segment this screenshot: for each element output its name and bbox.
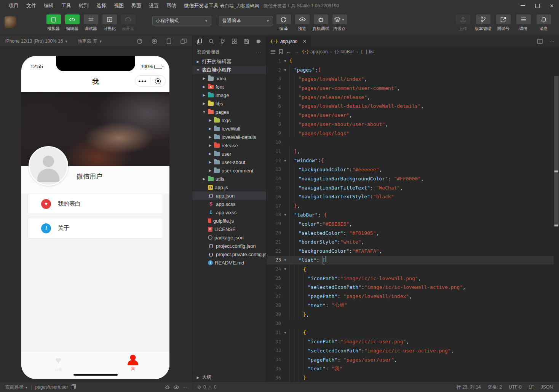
more-actions-icon[interactable]: ··· — [256, 49, 262, 54]
code-line-21[interactable]: 21"borderStyle":"white", — [267, 237, 554, 247]
tree-item-.idea[interactable]: ▶.idea — [192, 74, 266, 83]
code-button[interactable]: 编辑器 — [64, 14, 81, 32]
tree-item-user-comment[interactable]: ▶user-comment — [192, 166, 266, 175]
code-line-26[interactable]: 26"selectedIconPath":"image/ic/ic-lovewa… — [267, 283, 554, 292]
tree-item-app.js[interactable]: JSapp.js — [192, 183, 266, 191]
external-link-button[interactable]: 测试号 — [495, 14, 512, 32]
tree-item-pages[interactable]: ▼pages — [192, 108, 266, 116]
tree-section-[interactable]: ▶打开的编辑器 — [192, 57, 266, 66]
save-icon[interactable] — [244, 38, 249, 44]
menu-item-工具[interactable]: 工具 — [58, 1, 75, 10]
menu-item-视图[interactable]: 视图 — [110, 1, 127, 10]
tree-item-app.wxss[interactable]: 3app.wxss — [192, 208, 266, 217]
statusbar-item[interactable]: UTF-8 — [509, 384, 522, 390]
fold-chevron-icon[interactable]: ▼ — [281, 59, 289, 63]
my-confessions-item[interactable]: ♥ 我的表白 — [28, 194, 163, 214]
menu-item-帮助[interactable]: 帮助 — [163, 1, 180, 10]
extensions-icon[interactable] — [232, 38, 237, 44]
code-line-1[interactable]: 1▼{ — [267, 56, 554, 65]
close-tab-icon[interactable]: ✕ — [303, 39, 307, 44]
statusbar-item[interactable]: 行 23, 列 14 — [457, 384, 481, 390]
tree-item-app.json[interactable]: {}app.json — [192, 191, 266, 200]
compile-mode-dropdown[interactable]: 普通编译 ▼ — [219, 16, 273, 25]
record-icon[interactable] — [152, 38, 157, 44]
fold-chevron-icon[interactable]: ▼ — [281, 331, 289, 335]
tree-item-utils[interactable]: ▶utils — [192, 175, 266, 183]
code-line-25[interactable]: 25"iconPath":"image/ic/ic-lovewall.png", — [267, 274, 554, 283]
breadcrumb-item-tabBar[interactable]: {}tabBar — [334, 49, 354, 54]
tree-item-project.config.json[interactable]: {}project.config.json — [192, 242, 266, 250]
tea-icon[interactable] — [256, 39, 262, 44]
menu-item-界面[interactable]: 界面 — [128, 1, 145, 10]
code-line-4[interactable]: 4"pages/user-comment/user-comment", — [267, 83, 554, 92]
code-area[interactable]: 1▼{2▼"pages":[3"pages/loveWall/index",4"… — [267, 56, 554, 382]
code-line-17[interactable]: 17}, — [267, 201, 554, 210]
tab-me[interactable]: 我 — [116, 355, 150, 371]
exit-miniprogram-button[interactable] — [150, 78, 165, 84]
screenshot-icon[interactable] — [137, 38, 142, 44]
close-button[interactable]: ✕ — [545, 0, 559, 11]
about-item[interactable]: i 关于 — [28, 218, 163, 238]
tree-item-user-about[interactable]: ▶user-about — [192, 158, 266, 166]
tree-item-loveWall-details[interactable]: ▶loveWall-details — [192, 133, 266, 141]
code-line-6[interactable]: 6"pages/loveWall-details/loveWall-detail… — [267, 102, 554, 111]
tree-item-logs[interactable]: ▶logs — [192, 116, 266, 124]
outline-section[interactable]: ▶ 大纲 — [192, 373, 266, 382]
code-line-12[interactable]: 12▼"window":{ — [267, 156, 554, 165]
code-line-8[interactable]: 8"pages/user-about/user-about", — [267, 120, 554, 129]
fold-chevron-icon[interactable]: ▼ — [281, 258, 289, 262]
split-editor-icon[interactable] — [537, 39, 543, 44]
code-line-3[interactable]: 3"pages/loveWall/index", — [267, 75, 554, 84]
mode-dropdown[interactable]: 小程序模式 ▼ — [152, 16, 211, 25]
tree-item-project.private.config.js[interactable]: {}project.private.config.js… — [192, 250, 266, 258]
layers-button[interactable]: ▼清缓存 — [331, 14, 348, 32]
source-control-icon[interactable] — [220, 38, 225, 45]
user-avatar[interactable] — [5, 16, 16, 28]
code-line-27[interactable]: 27"pagePath": "pages/loveWall/index", — [267, 292, 554, 301]
eye-icon[interactable] — [173, 385, 179, 389]
bookmark-icon[interactable] — [279, 49, 283, 54]
vconsole-bug-icon[interactable] — [165, 384, 170, 390]
code-line-2[interactable]: 2▼"pages":[ — [267, 65, 554, 75]
code-line-15[interactable]: 15"navigationBarTitleText": "WeChat", — [267, 183, 554, 192]
hot-reload-toggle[interactable]: 热重载 开▼ — [78, 38, 102, 45]
tree-item-gulpfile.js[interactable]: gulpfile.js — [192, 217, 266, 225]
code-line-20[interactable]: 20"selectedColor": "#F01905", — [267, 228, 554, 237]
tree-section-[interactable]: ▼表白墙小程序 — [192, 66, 266, 74]
code-line-14[interactable]: 14"navigationBarBackgroundColor": "#FF00… — [267, 174, 554, 183]
page-path-selector[interactable]: 页面路径 ▼ — [5, 384, 28, 390]
breadcrumb-item-app.json[interactable]: {·}app.json — [302, 49, 327, 54]
code-line-23[interactable]: 23▼"list": [ — [267, 256, 554, 265]
minimize-button[interactable] — [516, 0, 530, 11]
code-line-34[interactable]: 34"pagePath": "pages/user/user", — [267, 355, 554, 364]
code-line-22[interactable]: 22"backgroundColor":"#FAFAFA", — [267, 247, 554, 256]
menu-item-文件[interactable]: 文件 — [23, 1, 40, 10]
rotate-device-icon[interactable] — [166, 38, 171, 44]
menu-item-转到[interactable]: 转到 — [75, 1, 92, 10]
refresh-button[interactable]: 编译 — [275, 14, 292, 32]
tree-item-libs[interactable]: ▶libs — [192, 99, 266, 108]
fold-chevron-icon[interactable]: ▼ — [281, 213, 289, 217]
code-line-11[interactable]: 11], — [267, 147, 554, 156]
statusbar-item[interactable]: LF — [529, 384, 534, 390]
more-actions-icon[interactable]: ··· — [182, 384, 187, 390]
tree-item-loveWall[interactable]: ▶loveWall — [192, 124, 266, 133]
more-actions-icon[interactable]: ··· — [549, 38, 554, 44]
breadcrumb-item-list[interactable]: [ ]list — [361, 49, 375, 54]
menu-item-项目[interactable]: 项目 — [5, 1, 22, 10]
fold-chevron-icon[interactable]: ▼ — [281, 159, 289, 163]
search-icon[interactable] — [209, 38, 214, 44]
menu-item-设置[interactable]: 设置 — [145, 1, 162, 10]
code-line-29[interactable]: 29}, — [267, 310, 554, 319]
menu-item-微信开发者工具[interactable]: 微信开发者工具 — [180, 1, 222, 10]
branch-button[interactable]: 版本管理 — [474, 14, 492, 32]
code-line-31[interactable]: 31▼{ — [267, 328, 554, 337]
hamburger-button[interactable]: 详情 — [515, 14, 532, 32]
tree-item-README.md[interactable]: iREADME.md — [192, 258, 266, 267]
editor-scrollbar[interactable] — [554, 56, 559, 382]
copy-path-icon[interactable] — [71, 385, 75, 389]
code-line-36[interactable]: 36} — [267, 373, 554, 382]
code-line-7[interactable]: 7"pages/user/user", — [267, 111, 554, 120]
user-avatar-large[interactable] — [29, 146, 68, 186]
code-line-18[interactable]: 18▼"tabBar": { — [267, 210, 554, 220]
